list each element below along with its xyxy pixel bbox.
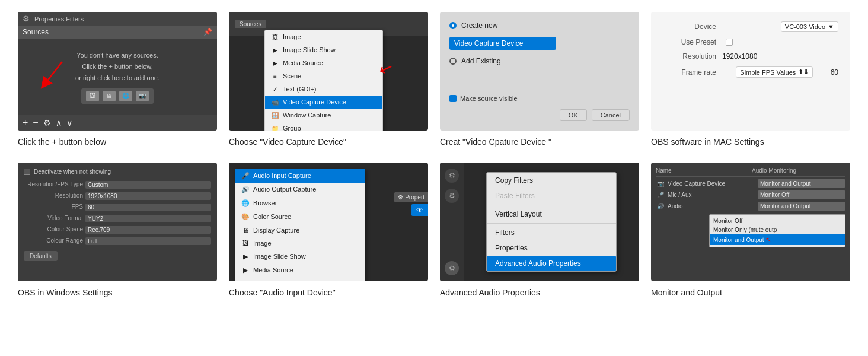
window-capture-menu-icon: 🪟 [271, 112, 279, 119]
copy-filters-item[interactable]: Copy Filters [487, 173, 616, 188]
audio-output-icon: 🔊 [241, 186, 250, 193]
menu-item-window-capture[interactable]: 🪟 Window Capture [265, 109, 382, 122]
make-visible-checkbox[interactable] [449, 95, 457, 102]
cursor-indicator: ↖ [765, 236, 771, 244]
divider-7a [487, 205, 616, 205]
device-dropdown[interactable]: VC-003 Video ▼ [781, 21, 838, 32]
bottom-toolbar: + − ⚙ ∧ ∨ [18, 115, 217, 131]
color-source-icon: 🎨 [241, 213, 250, 221]
defaults-button[interactable]: Defaults [24, 251, 58, 261]
properties-label: ⚙ Propert [394, 192, 428, 202]
menu-item-video-capture[interactable]: 📹 Video Capture Device [265, 96, 382, 109]
titlebar-1: ⚙ Properties Filters [18, 12, 217, 26]
menu-item-audio-output[interactable]: 🔊 Audio Output Capture [235, 183, 365, 196]
menu-item-audio-input[interactable]: 🎤 Audio Input Capture [235, 169, 365, 183]
screenshot-6: 🎤 Audio Input Capture 🔊 Audio Output Cap… [229, 163, 428, 281]
menu-item-media-source-6[interactable]: ▶ Media Source [235, 263, 365, 277]
ss8-row-audio: 🔊 Audio Monitor and Output [656, 202, 845, 211]
deactivate-row: Deactivate when not showing [24, 169, 211, 175]
card-6: 🎤 Audio Input Capture 🔊 Audio Output Cap… [229, 163, 428, 299]
monitor-only-option[interactable]: Monitor Only (mute outp [710, 225, 845, 234]
sources-panel-btn: Sources [235, 20, 266, 28]
titlebar-text-1: Properties Filters [34, 15, 84, 23]
screenshot-3: Create new Video Capture Device Add Exis… [440, 12, 639, 131]
caption-7: Advanced Audio Properties [440, 287, 639, 299]
main-grid: ⚙ Properties Filters Sources 📌 You don't… [18, 12, 850, 298]
use-preset-row: Use Preset [663, 38, 838, 46]
card-8: Name Audio Monitoring 📷 Video Capture De… [651, 163, 850, 299]
scene-menu-icon: ≡ [271, 73, 279, 80]
remove-source-btn[interactable]: − [33, 117, 38, 128]
card-3: Create new Video Capture Device Add Exis… [440, 12, 639, 148]
screenshot-8: Name Audio Monitoring 📷 Video Capture De… [651, 163, 850, 281]
menu-item-media-source[interactable]: ▶ Media Source [265, 56, 382, 69]
screenshot-5: Deactivate when not showing Resolution/F… [18, 163, 217, 281]
menu-item-text-gdi[interactable]: ✓ Text (GDI+) [265, 82, 382, 96]
monitor-and-output-option[interactable]: Monitor and Output ↖ [710, 234, 845, 245]
resolution-row: Resolution 1920x1080 [663, 52, 838, 61]
menu-item-browser[interactable]: 🌐 Browser [235, 196, 365, 210]
monitor-off-option[interactable]: Monitor Off [710, 217, 845, 225]
eye-icon: 👁 [411, 204, 428, 216]
menu-item-color-source[interactable]: 🎨 Color Source [235, 210, 365, 224]
deactivate-checkbox[interactable] [24, 169, 30, 175]
monitor-icon: 🖥 [103, 91, 116, 101]
add-source-menu: 🖼 Image ▶ Image Slide Show ▶ Media Sourc… [264, 30, 383, 131]
properties-item[interactable]: Properties [487, 240, 616, 256]
settings-icon-7: ⚙ [445, 261, 459, 275]
menu-item-image-6[interactable]: 🖼 Image [235, 237, 365, 250]
mic-badge[interactable]: Monitor Off [758, 190, 845, 199]
menu-item-scene-6[interactable]: ≡ Scene [235, 277, 365, 281]
menu-item-image-slideshow[interactable]: ▶ Image Slide Show [265, 43, 382, 56]
cancel-button[interactable]: Cancel [592, 109, 630, 121]
group-menu-icon: 📁 [271, 125, 279, 131]
chevron-down-icon: ▼ [828, 23, 834, 30]
screenshot-7: ⚙ ⚙ ⚙ Copy Filters Paste Filters Vertica… [440, 163, 639, 281]
text-menu-icon: ✓ [271, 86, 279, 93]
svg-line-0 [44, 62, 62, 84]
frame-rate-dropdown[interactable]: Simple FPS Values ⬆⬇ [736, 66, 813, 78]
add-source-menu-6: 🎤 Audio Input Capture 🔊 Audio Output Cap… [235, 169, 365, 281]
filters-item[interactable]: Filters [487, 225, 616, 240]
video-badge[interactable]: Monitor and Output [758, 179, 845, 188]
media-icon-6: ▶ [241, 266, 250, 274]
use-preset-checkbox[interactable] [726, 39, 733, 46]
screenshot-2: Sources 🖼 Image ▶ Image Slide Show ▶ Med… [229, 12, 428, 131]
menu-item-scene[interactable]: ≡ Scene [265, 69, 382, 82]
move-down-btn[interactable]: ∨ [66, 118, 72, 128]
display-capture-icon: 🖥 [241, 227, 250, 234]
card-2: Sources 🖼 Image ▶ Image Slide Show ▶ Med… [229, 12, 428, 148]
camera-icon: 📷 [136, 91, 149, 101]
gear-icon-7: ⚙ [445, 169, 459, 183]
ss8-row-mic: 🎤 Mic / Aux Monitor Off [656, 190, 845, 199]
paste-filters-item[interactable]: Paste Filters [487, 188, 616, 204]
screenshot-4: Device VC-003 Video ▼ Use Preset Resolut… [651, 12, 850, 131]
menu-item-image-slideshow-6[interactable]: ▶ Image Slide Show [235, 250, 365, 263]
ok-button[interactable]: OK [560, 109, 587, 121]
sources-content: You don't have any sources. Click the + … [18, 39, 217, 115]
video-capture-icon-8: 📷 [656, 180, 665, 187]
menu-item-image[interactable]: 🖼 Image [265, 30, 382, 43]
settings-source-btn[interactable]: ⚙ [43, 118, 51, 128]
move-up-btn[interactable]: ∧ [56, 118, 62, 128]
monitoring-dropdown[interactable]: Monitor Off Monitor Only (mute outp Moni… [709, 214, 845, 247]
vertical-layout-item[interactable]: Vertical Layout [487, 206, 616, 222]
menu-item-group[interactable]: 📁 Group [265, 122, 382, 131]
caption-6: Choose "Audio Input Device" [229, 287, 428, 299]
divider-7b [487, 223, 616, 224]
add-existing-radio[interactable] [449, 58, 457, 65]
device-row: Device VC-003 Video ▼ [663, 21, 838, 32]
audio-icon-8: 🔊 [656, 203, 665, 209]
media-menu-icon: ▶ [271, 60, 279, 66]
create-new-option: Create new [449, 21, 630, 30]
audio-input-icon: 🎤 [241, 172, 250, 180]
create-new-radio[interactable] [449, 22, 457, 29]
slideshow-menu-icon: ▶ [271, 47, 279, 53]
context-menu-area: Copy Filters Paste Filters Vertical Layo… [464, 163, 639, 281]
chevron-down-icon-fr: ⬆⬇ [798, 68, 809, 76]
menu-item-display-capture[interactable]: 🖥 Display Capture [235, 224, 365, 237]
card-5: Deactivate when not showing Resolution/F… [18, 163, 217, 299]
audio-badge[interactable]: Monitor and Output [758, 202, 845, 211]
advanced-audio-item[interactable]: Advanced Audio Properties [487, 256, 616, 271]
add-source-btn[interactable]: + [23, 117, 28, 128]
